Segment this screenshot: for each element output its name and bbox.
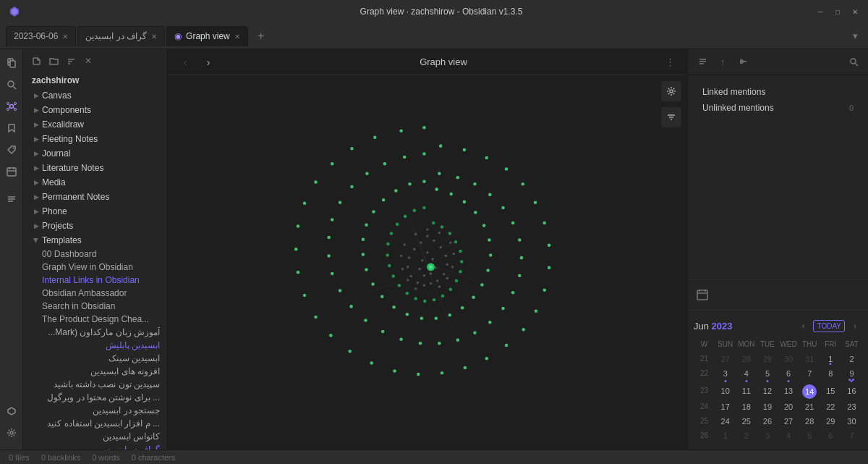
cal-day-may27[interactable]: 27 <box>715 353 736 366</box>
files-icon[interactable] <box>1 53 22 73</box>
cal-day-jun16[interactable]: 16 <box>841 384 862 399</box>
cal-day-jun30[interactable]: 30 <box>841 415 862 428</box>
folder-journal[interactable]: ▶Journal <box>25 146 166 161</box>
cal-day-jun9[interactable]: 9 <box>841 367 862 383</box>
graph-filter-button[interactable] <box>661 107 681 127</box>
note-plugins[interactable]: افزونه های ابسیدین <box>25 365 166 378</box>
cal-day-jun1[interactable]: 1 <box>820 353 841 366</box>
close-button[interactable]: ✕ <box>851 7 859 16</box>
note-product-design[interactable]: The Product Design Chea... <box>25 313 166 326</box>
note-search-fa[interactable]: جستجو در ابسیدین <box>25 404 166 417</box>
properties-icon[interactable] <box>1 189 22 209</box>
folder-permanent-notes[interactable]: ▶Permanent Notes <box>25 190 166 204</box>
folder-projects[interactable]: ▶Projects <box>25 219 166 233</box>
cal-day-jun10[interactable]: 10 <box>715 384 736 399</box>
cal-day-jun3[interactable]: 3 <box>715 367 736 383</box>
note-virgool[interactable]: ... برای نوشتن محتوا در ویرگول <box>25 391 166 404</box>
cal-day-jun20[interactable]: 20 <box>778 400 799 413</box>
calendar-toggle-button[interactable] <box>694 286 711 303</box>
folder-phone[interactable]: ▶Phone <box>25 204 166 219</box>
cal-day-jul2[interactable]: 2 <box>736 429 757 442</box>
cal-day-jun24[interactable]: 24 <box>715 415 736 428</box>
graph-menu-button[interactable]: ⋮ <box>661 54 678 71</box>
tab-1[interactable]: 2023-06-06 ✕ <box>6 26 76 46</box>
cal-day-jun29[interactable]: 29 <box>820 415 841 428</box>
graph-canvas[interactable] <box>168 75 687 450</box>
tab-dropdown-button[interactable]: ▾ <box>848 29 862 43</box>
note-install[interactable]: سپیدین تون نصب داشته باشید <box>25 378 166 391</box>
note-publish[interactable]: ابسیدین پابلیش <box>25 339 166 352</box>
nav-back-button[interactable]: ‹ <box>176 54 194 71</box>
tab-2[interactable]: گراف در ابسیدین ✕ <box>77 26 165 46</box>
note-canvas[interactable]: کانواس ابسیدین <box>25 430 166 443</box>
cal-day-jun4[interactable]: 4 <box>736 367 757 383</box>
cal-day-jun18[interactable]: 18 <box>736 400 757 413</box>
cal-day-jul3[interactable]: 3 <box>757 429 778 442</box>
cal-prev-button[interactable]: ‹ <box>796 319 810 333</box>
nav-forward-button[interactable]: › <box>200 54 217 71</box>
cal-day-jun13[interactable]: 13 <box>778 384 799 399</box>
tab-2-close[interactable]: ✕ <box>151 33 157 41</box>
graph-settings-button[interactable] <box>661 81 681 101</box>
settings-icon[interactable] <box>1 423 22 443</box>
note-use-obsidian[interactable]: ... م افزار ابسیدین استفاده کنید <box>25 417 166 430</box>
note-search[interactable]: Search in Obsidian <box>25 300 166 313</box>
cal-day-jun5[interactable]: 5 <box>757 367 778 383</box>
cal-day-jun19[interactable]: 19 <box>757 400 778 413</box>
cal-day-jun11[interactable]: 11 <box>736 384 757 399</box>
cal-day-jun2[interactable]: 2 <box>841 353 862 366</box>
tags-icon[interactable] <box>1 140 22 160</box>
cal-day-jun26[interactable]: 26 <box>757 415 778 428</box>
folder-canvas[interactable]: ▶Canvas <box>25 88 166 103</box>
cal-day-jun14[interactable]: 14 <box>802 384 817 399</box>
note-00-dashboard[interactable]: 00 Dashboard <box>25 248 166 261</box>
folder-components[interactable]: ▶Components <box>25 103 166 117</box>
cal-day-jun28[interactable]: 28 <box>799 415 820 428</box>
cal-next-button[interactable]: › <box>848 319 862 333</box>
cal-day-may31[interactable]: 31 <box>799 353 820 366</box>
cal-day-jul1[interactable]: 1 <box>715 429 736 442</box>
folder-literature-notes[interactable]: ▶Literature Notes <box>25 161 166 175</box>
tab-3-close[interactable]: ✕ <box>234 33 240 41</box>
cal-day-jun15[interactable]: 15 <box>820 384 841 399</box>
cal-day-jun8[interactable]: 8 <box>820 367 841 383</box>
cal-day-jun27[interactable]: 27 <box>778 415 799 428</box>
graph-icon[interactable] <box>1 96 22 117</box>
cal-day-jun23[interactable]: 23 <box>841 400 862 413</box>
cal-day-jun22[interactable]: 22 <box>820 400 841 413</box>
cal-day-jun25[interactable]: 25 <box>736 415 757 428</box>
cal-day-jun17[interactable]: 17 <box>715 400 736 413</box>
note-markdown[interactable]: آموزش زبان مارکداون (Mark... <box>25 326 166 339</box>
sort-icon[interactable] <box>64 54 78 68</box>
folder-excalidraw[interactable]: ▶Excalidraw <box>25 117 166 132</box>
folder-media[interactable]: ▶Media <box>25 175 166 190</box>
note-graph-view[interactable]: Graph View in Obsidian <box>25 261 166 274</box>
bookmarks-icon[interactable] <box>1 118 22 138</box>
cal-day-may28[interactable]: 28 <box>736 353 757 366</box>
maximize-button[interactable]: □ <box>833 7 842 16</box>
rp-up-icon[interactable]: ↑ <box>714 54 731 71</box>
note-ambassador[interactable]: Obsidian Ambassador <box>25 287 166 300</box>
note-internal-links[interactable]: Internal Links in Obsidian <box>25 274 166 287</box>
cal-day-jun6[interactable]: 6 <box>778 367 799 383</box>
tab-3[interactable]: ◉ Graph view ✕ <box>166 26 248 46</box>
collapse-icon[interactable]: ✕ <box>81 54 95 68</box>
rp-list-icon[interactable] <box>694 54 711 71</box>
cal-day-may30[interactable]: 30 <box>778 353 799 366</box>
community-plugins-icon[interactable] <box>1 401 22 421</box>
tab-1-close[interactable]: ✕ <box>62 33 68 41</box>
rp-collapse-icon[interactable] <box>734 54 752 71</box>
note-sync[interactable]: ابسیدین سینک <box>25 352 166 365</box>
minimize-button[interactable]: ─ <box>816 7 825 16</box>
calendar-icon[interactable] <box>1 161 22 182</box>
new-folder-icon[interactable] <box>46 54 61 68</box>
folder-fleeting-notes[interactable]: ▶Fleeting Notes <box>25 132 166 146</box>
rp-search-icon[interactable] <box>845 54 862 71</box>
search-icon[interactable] <box>1 75 22 95</box>
cal-day-jul7[interactable]: 7 <box>841 429 862 442</box>
cal-day-jun7[interactable]: 7 <box>799 367 820 383</box>
new-note-icon[interactable] <box>29 54 43 68</box>
cal-day-may29[interactable]: 29 <box>757 353 778 366</box>
new-tab-button[interactable]: + <box>252 28 270 45</box>
cal-day-jul5[interactable]: 5 <box>799 429 820 442</box>
